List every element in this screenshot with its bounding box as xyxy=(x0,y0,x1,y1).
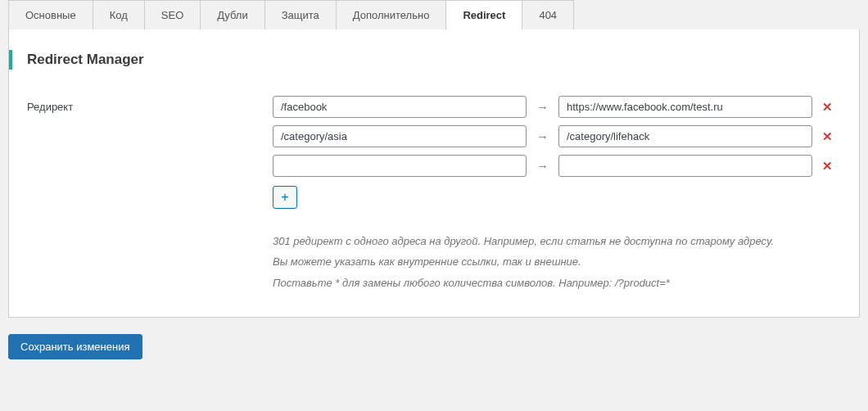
redirect-row: → ✕ xyxy=(273,96,841,118)
arrow-icon: → xyxy=(533,100,552,114)
tab-404[interactable]: 404 xyxy=(522,0,574,29)
delete-redirect-button[interactable]: ✕ xyxy=(819,129,836,144)
tab-code[interactable]: Код xyxy=(93,0,145,29)
redirect-content: → ✕ → ✕ → ✕ + 301 редирект с одного адре… xyxy=(273,96,841,294)
redirect-to-input[interactable] xyxy=(558,96,812,118)
description: 301 редирект с одного адреса на другой. … xyxy=(273,232,841,292)
section-title: Redirect Manager xyxy=(9,50,841,70)
tab-additional[interactable]: Дополнительно xyxy=(336,0,447,29)
tab-protection[interactable]: Защита xyxy=(264,0,337,29)
redirect-to-input[interactable] xyxy=(558,125,812,147)
description-line: Поставьте * для замены любого количества… xyxy=(273,273,841,292)
tab-redirect[interactable]: Redirect xyxy=(445,0,522,29)
tabs: Основные Код SEO Дубли Защита Дополнител… xyxy=(0,0,868,29)
add-redirect-button[interactable]: + xyxy=(273,186,297,209)
redirect-to-input[interactable] xyxy=(558,155,812,177)
description-line: 301 редирект с одного адреса на другой. … xyxy=(273,232,841,251)
redirect-from-input[interactable] xyxy=(273,155,527,177)
tab-seo[interactable]: SEO xyxy=(144,0,201,29)
redirect-row: → ✕ xyxy=(273,155,841,177)
arrow-icon: → xyxy=(533,129,552,143)
settings-panel: Redirect Manager Редирект → ✕ → ✕ → ✕ xyxy=(8,29,860,318)
redirect-form-row: Редирект → ✕ → ✕ → ✕ + 30 xyxy=(27,96,841,294)
delete-redirect-button[interactable]: ✕ xyxy=(819,100,836,115)
redirect-from-input[interactable] xyxy=(273,125,527,147)
delete-redirect-button[interactable]: ✕ xyxy=(819,159,836,174)
arrow-icon: → xyxy=(533,159,552,173)
tab-main[interactable]: Основные xyxy=(8,0,93,29)
tab-duplicates[interactable]: Дубли xyxy=(200,0,264,29)
description-line: Вы можете указать как внутренние ссылки,… xyxy=(273,252,841,271)
redirect-row: → ✕ xyxy=(273,125,841,147)
redirect-label: Редирект xyxy=(27,96,273,113)
redirect-from-input[interactable] xyxy=(273,96,527,118)
save-button[interactable]: Сохранить изменения xyxy=(8,334,142,359)
